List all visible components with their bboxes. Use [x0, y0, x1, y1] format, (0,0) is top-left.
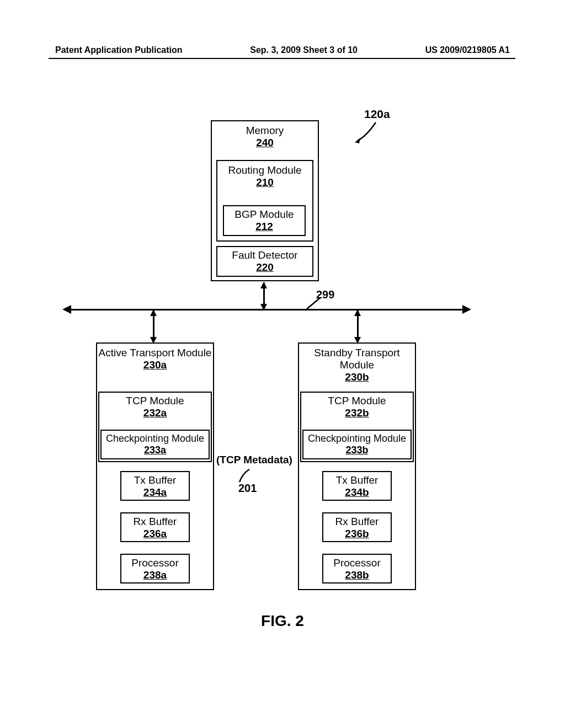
tcp-b-ref: 232b: [345, 407, 369, 419]
tx-buffer-a-box: Tx Buffer 234a: [120, 471, 190, 501]
tcp-a-ref: 232a: [143, 407, 167, 419]
routing-title: Routing Module 210: [228, 164, 301, 189]
figure-diagram: Memory 240 Routing Module 210 BGP Module…: [0, 0, 565, 728]
tm-a-bus-arrow-up: [150, 309, 157, 316]
pointer-201-curve: [236, 468, 252, 483]
tx-a-title-text: Tx Buffer: [134, 474, 177, 486]
tm-b-ref: 230b: [345, 371, 369, 383]
tcp-b-title: TCP Module 232b: [328, 393, 386, 419]
figure-caption: FIG. 2: [0, 612, 565, 630]
chk-a-title-text: Checkpointing Module: [106, 433, 204, 444]
tm-b-bus-arrow-up: [354, 309, 361, 316]
checkpointing-b-box: Checkpointing Module 233b: [302, 430, 412, 459]
chk-b-ref: 233b: [345, 445, 368, 456]
pr-b-title-text: Processor: [333, 557, 381, 569]
ref-120a: 120a: [364, 108, 390, 121]
rx-buffer-b-box: Rx Buffer 236b: [322, 512, 392, 542]
pr-b-ref: 238b: [345, 569, 369, 581]
tm-a-title-text: Active Transport Module: [99, 347, 212, 358]
rx-a-ref: 236a: [143, 528, 167, 539]
tx-b-title: Tx Buffer 234b: [336, 474, 379, 499]
memory-ref: 240: [256, 137, 274, 148]
tm-a-title: Active Transport Module 230a: [99, 347, 212, 371]
svg-marker-0: [355, 138, 360, 143]
chk-b-title: Checkpointing Module 233b: [308, 433, 406, 456]
tx-a-title: Tx Buffer 234a: [134, 474, 177, 499]
tx-b-title-text: Tx Buffer: [336, 474, 379, 486]
pointer-120a-curve: [355, 121, 378, 143]
tx-b-ref: 234b: [345, 486, 369, 498]
pr-a-ref: 238a: [143, 569, 167, 581]
pr-a-title: Processor 238a: [131, 557, 179, 581]
memory-bus-arrow-up: [260, 282, 267, 288]
bgp-title: BGP Module 212: [234, 208, 294, 233]
rx-a-title-text: Rx Buffer: [134, 516, 177, 527]
pointer-299-curve: [305, 297, 322, 310]
fault-detector-box: Fault Detector 220: [216, 246, 313, 277]
tcp-metadata-label: (TCP Metadata): [216, 454, 292, 466]
chk-a-ref: 233a: [144, 445, 166, 456]
pr-a-title-text: Processor: [131, 557, 179, 569]
bgp-module-box: BGP Module 212: [223, 205, 306, 236]
bgp-title-text: BGP Module: [234, 208, 294, 220]
chk-a-title: Checkpointing Module 233a: [106, 433, 204, 456]
tcp-b-title-text: TCP Module: [328, 395, 386, 406]
rx-buffer-a-box: Rx Buffer 236a: [120, 512, 190, 542]
tcp-a-title-text: TCP Module: [126, 395, 184, 406]
fault-ref: 220: [256, 261, 274, 273]
tm-a-ref: 230a: [143, 359, 167, 371]
bus-arrow-left: [62, 305, 71, 314]
rx-b-ref: 236b: [345, 528, 369, 539]
routing-title-text: Routing Module: [228, 164, 301, 176]
memory-title-text: Memory: [246, 125, 284, 136]
tm-b-title: Standby Transport Module 230b: [299, 347, 415, 383]
memory-title: Memory 240: [246, 125, 284, 149]
tcp-a-title: TCP Module 232a: [126, 393, 184, 419]
rx-a-title: Rx Buffer 236a: [134, 516, 177, 540]
chk-b-title-text: Checkpointing Module: [308, 433, 406, 444]
active-transport-module-box: Active Transport Module 230a: [96, 342, 214, 590]
ref-201: 201: [238, 482, 257, 495]
fault-title: Fault Detector 220: [232, 249, 297, 274]
bus-arrow-right: [462, 305, 471, 314]
rx-b-title-text: Rx Buffer: [335, 516, 379, 527]
routing-ref: 210: [256, 176, 274, 188]
checkpointing-a-box: Checkpointing Module 233a: [100, 430, 210, 459]
rx-b-title: Rx Buffer 236b: [335, 516, 379, 540]
processor-b-box: Processor 238b: [322, 554, 392, 584]
standby-transport-module-box: Standby Transport Module 230b: [298, 342, 416, 590]
tx-buffer-b-box: Tx Buffer 234b: [322, 471, 392, 501]
fault-title-text: Fault Detector: [232, 249, 297, 261]
bgp-ref: 212: [255, 221, 273, 232]
pr-b-title: Processor 238b: [333, 557, 381, 581]
processor-a-box: Processor 238a: [120, 554, 190, 584]
tm-b-title-text: Standby Transport Module: [314, 347, 399, 371]
tx-a-ref: 234a: [143, 486, 167, 498]
bus-line: [67, 309, 465, 311]
